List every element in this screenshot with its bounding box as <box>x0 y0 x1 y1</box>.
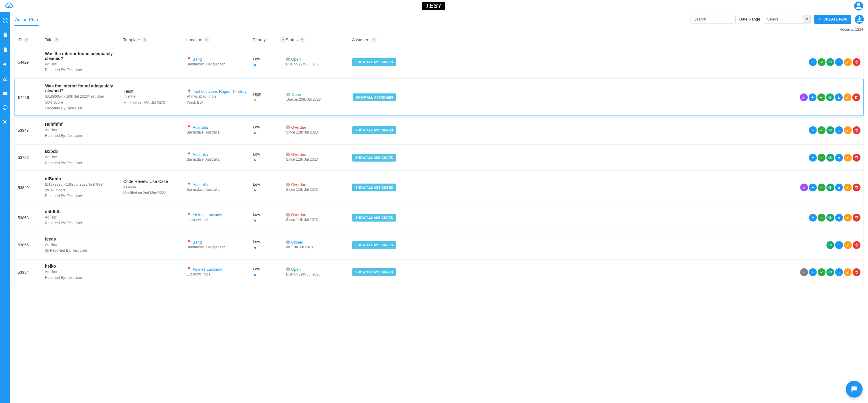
show-all-assignees-button[interactable]: SHOW ALL ASSIGNEES <box>352 268 396 276</box>
delete-icon-button[interactable] <box>852 268 861 276</box>
add-icon-button[interactable] <box>809 154 817 161</box>
view-icon-button[interactable] <box>827 58 834 66</box>
chat-fab[interactable] <box>846 381 863 398</box>
table-row[interactable]: 53849 dfBdbfbID1872775 - 10th Jul 2023/T… <box>14 172 864 204</box>
add-icon-button[interactable] <box>809 126 817 134</box>
sidebar-item-document[interactable] <box>2 46 8 53</box>
show-all-assignees-button[interactable]: SHOW ALL ASSIGNEES <box>352 184 396 191</box>
add-icon-button[interactable] <box>809 184 817 191</box>
show-all-assignees-button[interactable]: SHOW ALL ASSIGNEES <box>352 93 396 101</box>
user-avatar[interactable] <box>854 1 863 10</box>
date-range-input[interactable] <box>764 15 803 24</box>
tab-action-plan[interactable]: Action Plan <box>14 14 38 26</box>
add-icon-button[interactable] <box>809 93 816 101</box>
view-icon-button[interactable] <box>827 184 834 191</box>
edit-icon-button[interactable] <box>800 93 808 101</box>
create-new-button[interactable]: ＋CREATE NEW <box>814 15 851 24</box>
location-name[interactable]: Airlines Lucknow <box>193 213 222 217</box>
download-icon-button[interactable] <box>835 93 843 101</box>
check-icon-button[interactable] <box>818 154 826 161</box>
edit-icon-button[interactable] <box>844 93 851 101</box>
sort-icon[interactable]: ▾ <box>142 37 147 42</box>
check-icon-button[interactable] <box>818 126 826 134</box>
show-all-assignees-button[interactable]: SHOW ALL ASSIGNEES <box>352 58 396 66</box>
edit-icon-button[interactable] <box>844 268 852 276</box>
status-sub: on 11th Jul 2023 <box>286 244 352 250</box>
priority-label: Low <box>253 125 286 129</box>
add-icon-button[interactable] <box>809 214 817 221</box>
download-icon-button[interactable] <box>835 126 843 134</box>
sidebar-item-shield[interactable] <box>2 104 8 111</box>
delete-icon-button[interactable] <box>852 154 861 161</box>
add-icon-button[interactable] <box>809 58 817 66</box>
row-title: dfBdbfb <box>45 176 123 181</box>
download-icon-button[interactable] <box>835 154 843 161</box>
table-row[interactable]: 53854 helkoAd HocReported By: Test User … <box>14 259 864 285</box>
view-icon-button[interactable] <box>827 268 834 276</box>
edit-icon-button[interactable] <box>844 214 852 221</box>
table-row[interactable]: 53853 dhhfbfbAd HocReported By: Test Use… <box>14 205 864 230</box>
show-all-assignees-button[interactable]: SHOW ALL ASSIGNEES <box>352 154 396 161</box>
check-icon-button[interactable] <box>817 93 825 101</box>
edit-icon-button[interactable] <box>844 58 852 66</box>
sort-icon[interactable]: ▾ <box>204 37 210 42</box>
sort-icon[interactable]: ▾ <box>280 37 286 42</box>
view-icon-button[interactable] <box>827 126 834 134</box>
search-input[interactable] <box>690 15 736 24</box>
date-range-clear-button[interactable]: ✕ <box>803 15 811 24</box>
download-icon-button[interactable] <box>835 241 843 249</box>
sort-icon[interactable]: ▾ <box>300 37 305 42</box>
sidebar-item-apps[interactable] <box>2 18 8 24</box>
table-row[interactable]: 53848 HdhfhfhfAd HocReported By: Test Us… <box>14 117 864 143</box>
sidebar-item-laptop[interactable] <box>2 90 8 96</box>
edit-icon-button[interactable] <box>800 184 808 191</box>
download-icon-button[interactable] <box>835 214 843 221</box>
check-icon-button[interactable] <box>818 184 826 191</box>
location-name[interactable]: Test Locations Region Territory <box>193 89 247 94</box>
add-icon-button[interactable] <box>809 268 817 276</box>
table-row[interactable]: 54429 Was the interior found adequately … <box>14 47 864 78</box>
sidebar-item-settings[interactable] <box>2 119 8 125</box>
view-icon-button[interactable] <box>827 154 834 161</box>
delete-icon-button[interactable] <box>852 184 861 191</box>
delete-icon-button[interactable] <box>852 241 861 249</box>
location-name[interactable]: Airlines Lucknow <box>193 267 222 272</box>
table-row[interactable]: 53726 BxbcbAd HocReported By: Test User … <box>14 144 864 170</box>
show-all-assignees-button[interactable]: SHOW ALL ASSIGNEES <box>352 214 396 221</box>
view-icon-button[interactable] <box>827 214 834 221</box>
sidebar-item-chart[interactable] <box>2 75 8 82</box>
edit-icon-button[interactable] <box>844 184 852 191</box>
location-name[interactable]: Australia <box>193 182 208 187</box>
check-icon-button[interactable] <box>818 214 826 221</box>
neutral-icon-button[interactable] <box>800 268 808 276</box>
table-row[interactable]: 54416 Was the interior found adequately … <box>14 79 864 116</box>
edit-icon-button[interactable] <box>844 241 852 249</box>
sort-icon[interactable]: ▾ <box>54 37 60 42</box>
show-all-assignees-button[interactable]: SHOW ALL ASSIGNEES <box>352 126 396 134</box>
download-icon-button[interactable] <box>835 184 843 191</box>
download-all-button[interactable] <box>855 15 864 24</box>
download-icon-button[interactable] <box>835 58 843 66</box>
location-name[interactable]: Australia <box>193 152 208 157</box>
download-icon-button[interactable] <box>835 268 843 276</box>
sidebar-item-clipboard[interactable] <box>2 32 8 39</box>
check-icon-button[interactable] <box>818 58 826 66</box>
app-logo[interactable] <box>5 2 13 10</box>
location-name[interactable]: Australia <box>193 125 208 130</box>
delete-icon-button[interactable] <box>852 58 861 66</box>
sidebar-item-megaphone[interactable] <box>2 61 8 67</box>
sort-icon[interactable]: ▾ <box>24 37 29 42</box>
delete-icon-button[interactable] <box>852 214 861 221</box>
table-row[interactable]: 53856 feedsAd HociReported By: Test User… <box>14 232 864 258</box>
show-all-assignees-button[interactable]: SHOW ALL ASSIGNEES <box>352 241 396 249</box>
delete-icon-button[interactable] <box>852 126 861 134</box>
sort-icon[interactable]: ▾ <box>371 37 377 42</box>
delete-icon-button[interactable] <box>852 93 860 101</box>
view-icon-button[interactable] <box>827 241 834 249</box>
location-name[interactable]: Bang <box>193 57 202 61</box>
view-icon-button[interactable] <box>826 93 834 101</box>
edit-icon-button[interactable] <box>844 126 852 134</box>
edit-icon-button[interactable] <box>844 154 852 161</box>
check-icon-button[interactable] <box>818 268 826 276</box>
location-name[interactable]: Bang <box>193 240 202 244</box>
